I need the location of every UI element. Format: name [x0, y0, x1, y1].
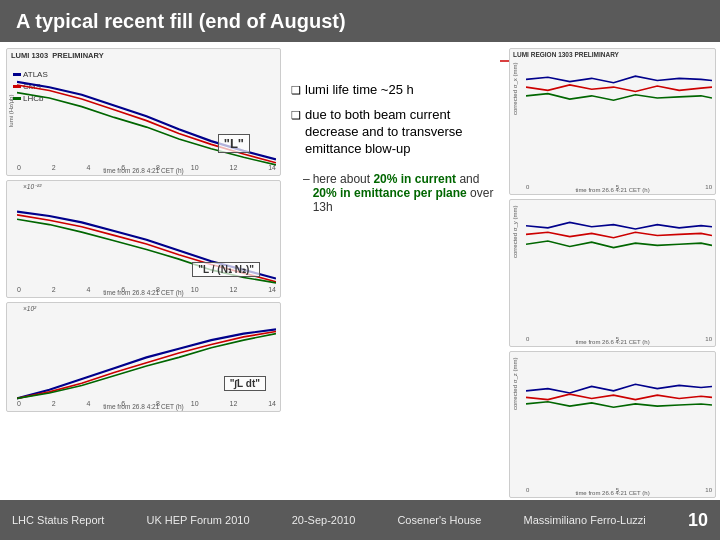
- chart-mid-ylabel-top: ×10⁻²²: [23, 183, 41, 191]
- sigma-x-ylabel: corrected σ_x (mm): [512, 59, 518, 119]
- bullet-2: due to both beam current decrease and to…: [291, 107, 499, 158]
- sigma-x-xlabel: time from 26.6 4:21 CET (h): [510, 187, 715, 193]
- chart-top-xlabel: time from 26.8 4:21 CET (h): [7, 167, 280, 174]
- highlight-current: 20% in current: [373, 172, 456, 186]
- footer-page-number: 10: [688, 510, 708, 531]
- sigma-z-chart: corrected σ_z (mm) 0510 time from 26.6 4…: [509, 351, 716, 498]
- footer-author: Massimiliano Ferro-Luzzi: [524, 514, 646, 526]
- sigma-z-ylabel: corrected σ_z (mm): [512, 354, 518, 414]
- chart-bot-overlay-label: "∫L dt": [224, 376, 266, 391]
- chart-bot-ylabel-top: ×10²: [23, 305, 36, 312]
- right-charts-column: LUMI REGION 1303 PRELIMINARY corrected σ…: [505, 42, 720, 500]
- footer-center: 20-Sep-2010: [292, 514, 356, 526]
- bullet-2-text: due to both beam current decrease and to…: [305, 107, 499, 158]
- slide-footer: LHC Status Report UK HEP Forum 2010 20-S…: [0, 500, 720, 540]
- slide-title: A typical recent fill (end of August): [16, 10, 346, 33]
- middle-text-column: lumi life time ~25 h due to both beam cu…: [285, 42, 505, 500]
- sigma-z-xlabel: time from 26.6 4:21 CET (h): [510, 490, 715, 496]
- chart-mid-xlabel: time from 26.8 4:21 CET (h): [7, 289, 280, 296]
- sigma-y-chart: corrected σ_y (mm) 0510 time from 26.6 4…: [509, 199, 716, 346]
- main-content: LUMI 1303 PRELIMINARY ATLAS CMS LHCb "L"…: [0, 42, 720, 500]
- footer-left: LHC Status Report: [12, 514, 104, 526]
- sub-bullet-1-text: here about 20% in current and 20% in emi…: [313, 172, 499, 214]
- sigma-y-ylabel: corrected σ_y (mm): [512, 202, 518, 262]
- lumi-chart-top: LUMI 1303 PRELIMINARY ATLAS CMS LHCb "L"…: [6, 48, 281, 176]
- sigma-y-svg: [526, 206, 712, 272]
- left-charts-column: LUMI 1303 PRELIMINARY ATLAS CMS LHCb "L"…: [0, 42, 285, 500]
- sub-bullet-list: here about 20% in current and 20% in emi…: [291, 172, 499, 218]
- sigma-y-xlabel: time from 26.6 4:21 CET (h): [510, 339, 715, 345]
- sigma-x-chart: LUMI REGION 1303 PRELIMINARY corrected σ…: [509, 48, 716, 195]
- bullet-1: lumi life time ~25 h: [291, 82, 499, 99]
- sigma-z-svg: [526, 358, 712, 424]
- chart-top-overlay-label: "L": [218, 134, 250, 153]
- sigma-x-chart-title: LUMI REGION 1303 PRELIMINARY: [513, 51, 619, 58]
- highlight-emittance: 20% in emittance per plane: [313, 186, 467, 200]
- bullet-1-text: lumi life time ~25 h: [305, 82, 414, 99]
- footer-center-left: UK HEP Forum 2010: [146, 514, 249, 526]
- lumi-chart-bot: ×10² "∫L dt" 02468101214 time from 26.8 …: [6, 302, 281, 412]
- footer-center-right: Cosener's House: [397, 514, 481, 526]
- sub-bullet-1: here about 20% in current and 20% in emi…: [303, 172, 499, 214]
- bullet-list: lumi life time ~25 h due to both beam cu…: [291, 82, 499, 166]
- chart-top-title: LUMI 1303 PRELIMINARY: [11, 51, 104, 60]
- slide-header: A typical recent fill (end of August): [0, 0, 720, 42]
- lumi-chart-mid: ×10⁻²² "L / (N₁ N₂)" 02468101214 time fr…: [6, 180, 281, 298]
- sigma-x-svg: [526, 63, 712, 129]
- chart-top-ylabel: lumi (Hz/μb): [8, 71, 14, 151]
- chart-bot-xlabel: time from 26.8 4:21 CET (h): [7, 403, 280, 410]
- chart-mid-overlay-label: "L / (N₁ N₂)": [192, 262, 260, 277]
